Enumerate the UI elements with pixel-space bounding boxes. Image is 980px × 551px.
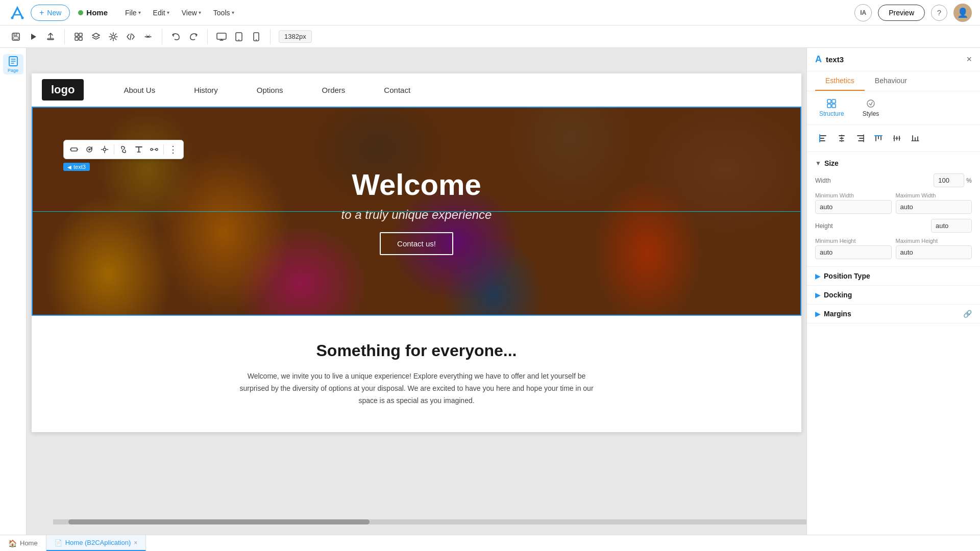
align-top-btn[interactable] — [870, 130, 887, 146]
width-input[interactable] — [934, 173, 964, 187]
preview-button[interactable]: Preview — [878, 5, 925, 21]
element-settings-btn[interactable] — [97, 142, 112, 157]
site-nav-links: About Us History Options Orders Contact — [104, 73, 791, 107]
more-options-btn[interactable]: ⋮ — [166, 142, 180, 157]
tools-menu[interactable]: Tools ▾ — [208, 6, 239, 20]
element-label-text3[interactable]: ◀ text3 — [63, 163, 90, 171]
width-input-group: % — [934, 173, 972, 187]
link-btn[interactable] — [116, 142, 131, 157]
right-panel-header: A text3 × — [807, 48, 980, 71]
align-center-h-btn[interactable] — [834, 130, 850, 146]
page-tab-close-btn[interactable]: × — [134, 539, 137, 546]
text-format-btn[interactable] — [132, 142, 146, 157]
height-label: Height — [815, 222, 927, 230]
nav-link-options[interactable]: Options — [237, 73, 303, 107]
nav-link-contact[interactable]: Contact — [364, 73, 430, 107]
page-panel-item[interactable]: Page — [3, 54, 23, 74]
min-height-group: Minimum Height — [815, 238, 892, 259]
docking-row[interactable]: ▶ Docking — [807, 286, 980, 305]
right-panel-title: A text3 — [815, 54, 844, 65]
tab-esthetics[interactable]: Esthetics — [815, 71, 865, 91]
right-panel-close-btn[interactable]: × — [966, 54, 972, 65]
svg-rect-3 — [14, 33, 17, 36]
tools-menu-chevron: ▾ — [232, 10, 234, 15]
max-height-label: Maximum Height — [896, 238, 972, 244]
ia-button[interactable]: IA — [854, 4, 872, 21]
align-right-btn[interactable] — [852, 130, 868, 146]
viewport-toolbar-group — [214, 29, 271, 44]
canvas-area: ⋮ ◀ text3 logo About Us History Options … — [27, 48, 806, 535]
svg-point-17 — [256, 39, 257, 40]
edit-menu-chevron: ▾ — [167, 10, 169, 15]
align-left-btn[interactable] — [815, 130, 831, 146]
min-height-input[interactable] — [815, 245, 892, 259]
nav-link-history[interactable]: History — [175, 73, 237, 107]
position-type-row[interactable]: ▶ Position Type — [807, 267, 980, 286]
margins-link-icon: 🔗 — [963, 310, 972, 318]
nav-link-orders[interactable]: Orders — [303, 73, 365, 107]
margins-row[interactable]: ▶ Margins 🔗 — [807, 305, 980, 323]
min-width-input[interactable] — [815, 200, 892, 214]
history-toolbar-group — [168, 29, 208, 44]
top-bar-right: IA Preview ? 👤 — [854, 4, 972, 22]
align-center-v-btn[interactable] — [889, 130, 905, 146]
rotate-btn[interactable] — [82, 142, 96, 157]
home-indicator: Home — [74, 8, 112, 17]
menu-group: File ▾ Edit ▾ View ▾ Tools ▾ — [120, 6, 239, 20]
editor-toolbar: 1382px — [0, 26, 980, 48]
horizontal-scrollbar[interactable] — [53, 519, 806, 524]
bottom-bar: 🏠 Home 📄 Home (B2CAplication) × — [0, 535, 980, 551]
height-input[interactable] — [931, 219, 972, 233]
svg-marker-5 — [31, 34, 36, 40]
max-width-input[interactable] — [896, 200, 972, 214]
subtab-styles[interactable]: Styles — [859, 96, 884, 119]
code-btn[interactable] — [123, 29, 138, 44]
logic-btn[interactable] — [140, 29, 156, 44]
run-toolbar-btn[interactable] — [26, 29, 41, 44]
mobile-view-btn[interactable] — [249, 29, 264, 44]
min-width-group: Minimum Width — [815, 192, 892, 214]
svg-rect-26 — [832, 99, 836, 103]
user-avatar[interactable]: 👤 — [953, 4, 972, 22]
save-toolbar-btn[interactable] — [8, 29, 23, 44]
new-button[interactable]: + New — [31, 5, 70, 21]
components-btn[interactable] — [71, 29, 86, 44]
page-tab-icon: 📄 — [55, 539, 62, 546]
view-menu[interactable]: View ▾ — [177, 6, 206, 20]
svg-point-23 — [151, 148, 153, 151]
help-button[interactable]: ? — [931, 5, 947, 21]
svg-point-1 — [21, 16, 24, 19]
site-logo: logo — [42, 79, 84, 101]
subtab-structure[interactable]: Structure — [815, 96, 848, 119]
hero-cta-button[interactable]: Contact us! — [380, 232, 453, 255]
resize-handle-btn[interactable] — [67, 142, 81, 157]
element-floating-toolbar: ⋮ — [63, 140, 184, 159]
layers-btn[interactable] — [88, 29, 104, 44]
bottom-tab-page[interactable]: 📄 Home (B2CAplication) × — [46, 535, 146, 551]
file-menu[interactable]: File ▾ — [120, 6, 146, 20]
size-section-header[interactable]: ▼ Size — [815, 159, 972, 167]
components-toolbar-group — [71, 29, 162, 44]
content-title: Something for everyone... — [52, 341, 781, 360]
redo-btn[interactable] — [186, 29, 201, 44]
svg-point-29 — [867, 100, 874, 107]
nav-link-about[interactable]: About Us — [104, 73, 175, 107]
connect-btn[interactable] — [147, 142, 161, 157]
right-panel-subtabs: Structure Styles — [807, 91, 980, 125]
position-type-chevron: ▶ — [815, 272, 821, 280]
edit-menu[interactable]: Edit ▾ — [148, 6, 175, 20]
bottom-tab-home-root[interactable]: 🏠 Home — [0, 535, 46, 551]
tab-behaviour[interactable]: Behaviour — [865, 71, 917, 91]
undo-btn[interactable] — [168, 29, 184, 44]
hero-content: Welcome to a truly unique experience Con… — [32, 107, 801, 316]
settings-btn[interactable] — [106, 29, 121, 44]
max-height-input[interactable] — [896, 245, 972, 259]
desktop-view-btn[interactable] — [214, 29, 229, 44]
width-minmax-row: Minimum Width Maximum Width — [815, 192, 972, 214]
upload-toolbar-btn[interactable] — [43, 29, 58, 44]
align-bottom-btn[interactable] — [907, 130, 923, 146]
max-width-group: Maximum Width — [896, 192, 972, 214]
tablet-view-btn[interactable] — [231, 29, 247, 44]
docking-label: Docking — [824, 291, 972, 299]
hero-subtitle: to a truly unique experience — [341, 208, 492, 222]
